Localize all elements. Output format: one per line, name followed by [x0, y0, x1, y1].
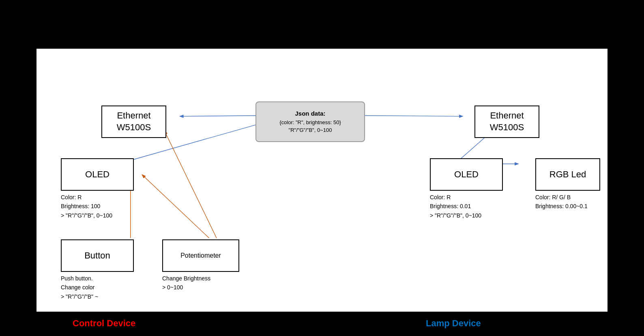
oled-left-desc-line2: Brightness: 100 [61, 202, 112, 211]
ethernet-right-box: Ethernet W5100S [474, 106, 539, 138]
oled-right-label: OLED [454, 169, 479, 181]
oled-left-description: Color: R Brightness: 100 > "R"/"G"/"B", … [61, 193, 112, 220]
svg-line-2 [361, 116, 462, 116]
potentiometer-label: Potentiometer [180, 252, 221, 260]
oled-right-box: OLED [430, 158, 503, 191]
svg-line-6 [142, 175, 209, 238]
svg-line-0 [180, 116, 262, 116]
json-title: Json data: [279, 109, 341, 118]
button-desc-line3: > "R"/"G"/"B" ~ [61, 292, 98, 301]
button-desc-line1: Push button. [61, 274, 98, 283]
rgb-led-description: Color: R/ G/ B Brightness: 0.00~0.1 [535, 193, 588, 211]
ethernet-left-box: Ethernet W5100S [101, 106, 166, 138]
oled-right-desc-line3: > "R"/"G"/"B", 0~100 [430, 211, 481, 220]
button-label: Button [84, 250, 110, 262]
rgb-led-box: RGB Led [535, 158, 600, 191]
lamp-device-label: Lamp Device [426, 318, 481, 329]
oled-left-desc-line3: > "R"/"G"/"B", 0~100 [61, 211, 112, 220]
button-desc-line2: Change color [61, 283, 98, 292]
control-device-label: Control Device [73, 318, 135, 329]
potentiometer-desc-line2: > 0~100 [162, 283, 210, 292]
button-description: Push button. Change color > "R"/"G"/"B" … [61, 274, 98, 301]
rgb-led-label: RGB Led [550, 169, 586, 181]
ethernet-left-line2: W5100S [117, 122, 151, 134]
oled-right-desc-line2: Brightness: 0.01 [430, 202, 481, 211]
potentiometer-description: Change Brightness > 0~100 [162, 274, 210, 292]
oled-left-box: OLED [61, 158, 134, 191]
ethernet-right-line2: W5100S [490, 122, 524, 134]
rgb-led-desc-line2: Brightness: 0.00~0.1 [535, 202, 588, 211]
ethernet-left-line1: Ethernet [117, 110, 151, 122]
oled-right-description: Color: R Brightness: 0.01 > "R"/"G"/"B",… [430, 193, 481, 220]
json-line1: {color: "R", brightness: 50} [279, 118, 341, 127]
button-box: Button [61, 239, 134, 272]
potentiometer-box: Potentiometer [162, 239, 239, 272]
oled-right-desc-line1: Color: R [430, 193, 481, 202]
oled-left-desc-line1: Color: R [61, 193, 112, 202]
rgb-led-desc-line1: Color: R/ G/ B [535, 193, 588, 202]
oled-left-label: OLED [85, 169, 109, 181]
json-line2: "R"/"G"/"B", 0~100 [279, 126, 341, 134]
potentiometer-desc-line1: Change Brightness [162, 274, 210, 283]
svg-line-7 [165, 131, 217, 238]
json-data-box: Json data: {color: "R", brightness: 50} … [255, 101, 365, 142]
ethernet-right-line1: Ethernet [490, 110, 524, 122]
